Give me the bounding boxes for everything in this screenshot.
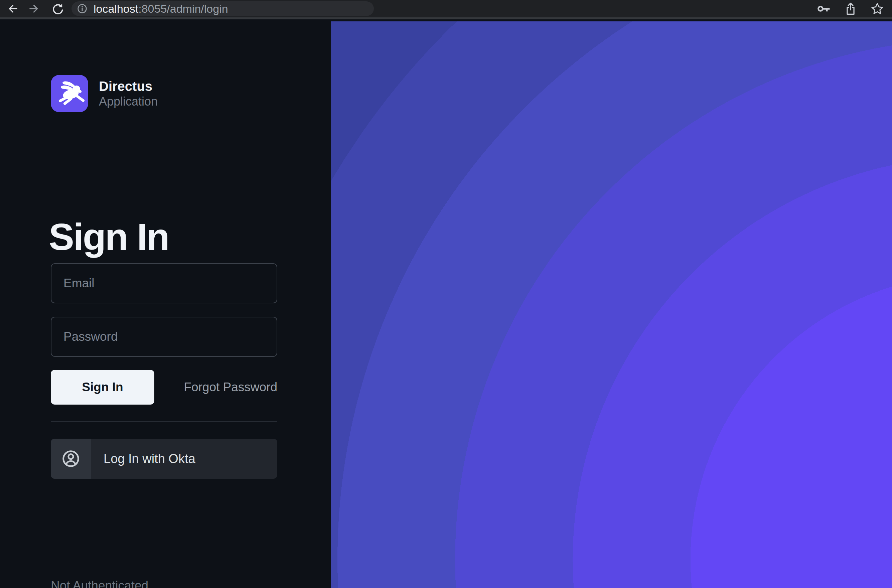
- share-icon[interactable]: [843, 2, 858, 16]
- brand-text: Directus Application: [99, 78, 158, 109]
- auth-status-text: Not Authenticated: [51, 579, 148, 588]
- nav-button-group: [5, 2, 64, 15]
- forgot-password-link[interactable]: Forgot Password: [184, 380, 277, 394]
- forward-icon[interactable]: [28, 2, 41, 15]
- reload-icon[interactable]: [51, 2, 64, 15]
- bookmark-star-icon[interactable]: [870, 2, 885, 16]
- back-icon[interactable]: [5, 2, 19, 15]
- sso-icon-cell: [51, 439, 91, 479]
- brand-block: Directus Application: [51, 75, 158, 112]
- brand-subtitle: Application: [99, 94, 158, 109]
- password-field[interactable]: [51, 317, 277, 357]
- brand-title: Directus: [99, 78, 158, 94]
- form-action-row: Sign In Forgot Password: [51, 370, 277, 405]
- browser-toolbar: localhost:8055/admin/login: [0, 0, 892, 20]
- browser-window: localhost:8055/admin/login: [0, 0, 892, 588]
- divider: [51, 421, 277, 422]
- account-circle-icon: [62, 450, 80, 468]
- url-text: localhost:8055/admin/login: [93, 2, 228, 15]
- sso-label: Log In with Okta: [103, 452, 195, 466]
- url-bar[interactable]: localhost:8055/admin/login: [72, 2, 374, 16]
- sign-in-button[interactable]: Sign In: [51, 370, 154, 405]
- directus-rabbit-icon: [51, 75, 88, 112]
- page-title: Sign In: [49, 218, 169, 256]
- okta-login-button[interactable]: Log In with Okta: [51, 439, 277, 479]
- site-info-icon[interactable]: [77, 3, 87, 14]
- login-panel: Directus Application Sign In Sign In For…: [0, 21, 331, 588]
- login-page: Directus Application Sign In Sign In For…: [0, 21, 892, 588]
- background-art: [331, 21, 892, 588]
- password-key-icon[interactable]: [817, 2, 831, 16]
- email-field[interactable]: [51, 263, 277, 303]
- directus-logo: [51, 75, 88, 112]
- toolbar-right-group: [817, 2, 885, 16]
